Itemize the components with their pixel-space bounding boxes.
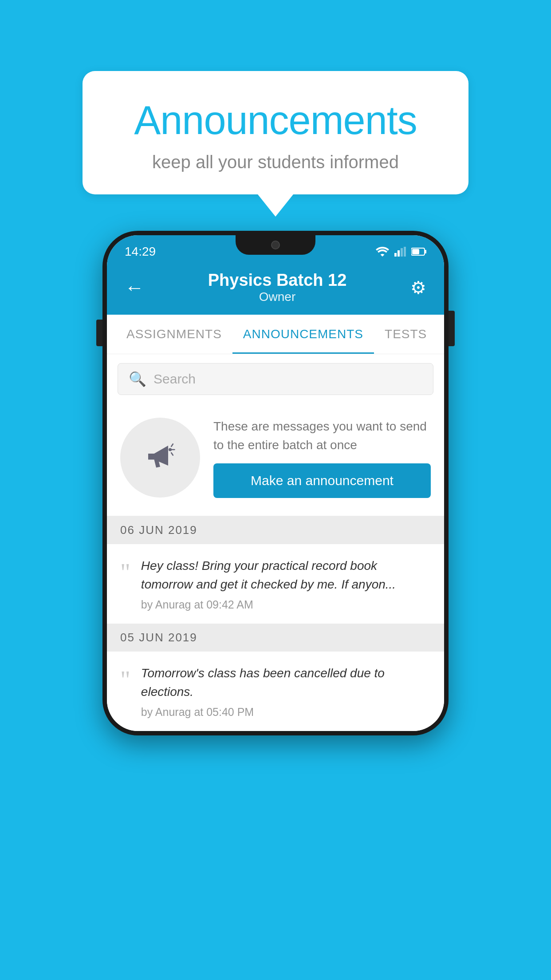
search-container: 🔍 Search [107,354,444,404]
speech-bubble: Announcements keep all your students inf… [83,71,468,194]
announcement-text-1: Hey class! Bring your practical record b… [141,557,431,594]
svg-rect-6 [412,249,419,254]
search-placeholder: Search [153,371,196,387]
phone-frame: 14:29 [102,231,449,735]
svg-rect-2 [401,248,403,257]
quote-icon-2: " [120,668,130,692]
status-time: 14:29 [125,245,156,259]
announcement-content-1: Hey class! Bring your practical record b… [141,557,431,611]
header-title-group: Physics Batch 12 Owner [208,271,347,304]
announcement-item-1[interactable]: " Hey class! Bring your practical record… [107,544,444,624]
tab-assignments[interactable]: ASSIGNMENTS [116,315,232,354]
announcement-content-2: Tomorrow's class has been cancelled due … [141,664,431,719]
phone-camera [271,241,280,249]
search-icon: 🔍 [129,371,146,387]
quote-icon-1: " [120,560,130,585]
tab-announcements[interactable]: ANNOUNCEMENTS [232,315,374,354]
date-separator-1: 06 JUN 2019 [107,516,444,544]
bubble-subtitle: keep all your students informed [118,152,433,172]
search-bar[interactable]: 🔍 Search [118,363,433,395]
announcement-meta-2: by Anurag at 05:40 PM [141,706,431,719]
svg-rect-5 [425,250,426,253]
svg-rect-3 [404,247,406,257]
promo-area: These are messages you want to send to t… [107,404,444,516]
tabs-bar: ASSIGNMENTS ANNOUNCEMENTS TESTS [107,315,444,354]
promo-description: These are messages you want to send to t… [213,417,431,454]
phone-screen: 14:29 [107,235,444,731]
signal-icon [394,247,406,257]
announcement-icon-circle [120,418,200,498]
make-announcement-button[interactable]: Make an announcement [213,463,431,498]
phone-notch [236,235,315,255]
announcement-text-2: Tomorrow's class has been cancelled due … [141,664,431,701]
announcement-item-2[interactable]: " Tomorrow's class has been cancelled du… [107,652,444,731]
svg-rect-1 [398,250,400,257]
announcement-meta-1: by Anurag at 09:42 AM [141,598,431,611]
date-separator-2: 05 JUN 2019 [107,624,444,652]
phone-wrapper: 14:29 [102,231,449,735]
svg-rect-0 [394,253,397,257]
battery-icon [411,247,426,256]
status-icons [376,247,426,257]
megaphone-icon [140,438,180,478]
promo-right: These are messages you want to send to t… [213,417,431,498]
bubble-title: Announcements [118,98,433,143]
wifi-icon [376,247,389,257]
svg-point-7 [169,448,172,451]
app-header: ← Physics Batch 12 Owner ⚙ [107,262,444,315]
back-button[interactable]: ← [125,277,144,299]
gear-icon[interactable]: ⚙ [410,277,426,298]
tab-tests[interactable]: TESTS [374,315,437,354]
header-title: Physics Batch 12 [208,271,347,290]
header-subtitle: Owner [208,290,347,304]
